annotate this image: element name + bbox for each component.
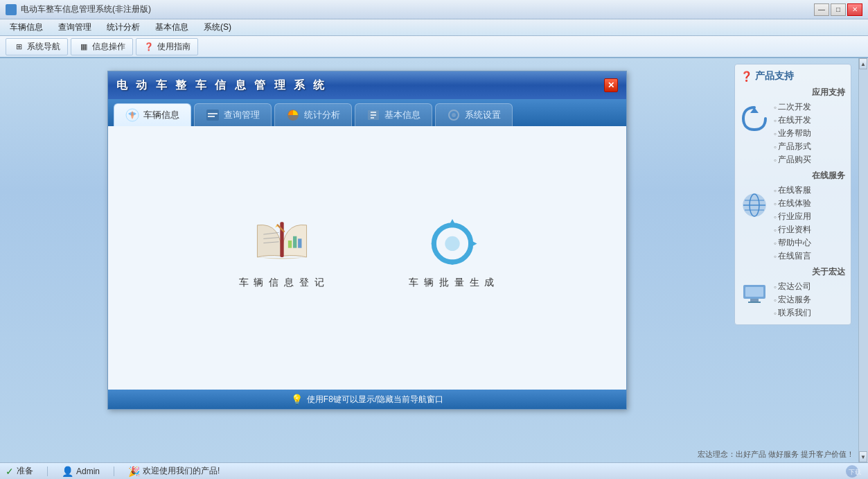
app-content: 车 辆 信 息 登 记 — [108, 126, 626, 390]
toolbar: ⊞ 系统导航 ▦ 信息操作 ❓ 使用指南 — [0, 36, 868, 58]
vehicle-batch-label: 车 辆 批 量 生 成 — [409, 277, 495, 289]
status-welcome: 🎉 欢迎使用我们的产品! — [128, 465, 220, 477]
maximize-button[interactable]: □ — [831, 3, 846, 16]
computer-icon — [741, 284, 768, 306]
toolbar-nav-button[interactable]: ⊞ 系统导航 — [6, 38, 68, 55]
title-bar-left: 电动车整车信息管理系统(非注册版) — [6, 3, 151, 15]
toolbar-info-label: 信息操作 — [92, 41, 125, 53]
globe-icon — [741, 192, 768, 218]
link-help-center[interactable]: 帮助中心 — [774, 237, 811, 249]
tab-vehicle-info[interactable]: 车辆信息 — [114, 103, 191, 126]
svg-text:下载: 下载 — [849, 469, 861, 476]
menu-stats[interactable]: 统计分析 — [100, 20, 147, 35]
scroll-up-button[interactable]: ▲ — [859, 58, 867, 69]
question-icon: ❓ — [741, 71, 752, 82]
link-online-dev[interactable]: 在线开发 — [774, 114, 811, 126]
link-service[interactable]: 宏达服务 — [774, 294, 811, 306]
sidebar-product-support: ❓ 产品支持 应用支持 二次开发 — [734, 64, 851, 325]
vehicle-batch-item[interactable]: 车 辆 批 量 生 成 — [409, 213, 495, 289]
link-contact[interactable]: 联系我们 — [774, 307, 811, 319]
status-lightbulb-icon: 💡 — [291, 394, 303, 405]
link-industry-app[interactable]: 行业应用 — [774, 211, 811, 223]
svg-rect-14 — [298, 238, 301, 247]
menu-vehicle-info[interactable]: 车辆信息 — [3, 20, 50, 35]
minimize-button[interactable]: — — [814, 3, 829, 16]
app-window: 电 动 车 整 车 信 息 管 理 系 统 ✕ 车辆信息 — [107, 71, 627, 410]
tab-stats[interactable]: 统计分析 — [274, 103, 352, 126]
basic-info-tab-icon — [366, 108, 380, 122]
link-biz-help[interactable]: 业务帮助 — [774, 128, 811, 139]
link-secondary-dev[interactable]: 二次开发 — [774, 101, 811, 113]
user-icon: 👤 — [62, 466, 73, 477]
about-links: 宏达公司 宏达服务 联系我们 — [774, 281, 811, 319]
tab-basic-info-label: 基本信息 — [384, 109, 420, 121]
vehicle-registration-label: 车 辆 信 息 登 记 — [239, 277, 326, 289]
scroll-down-button[interactable]: ▼ — [859, 451, 867, 462]
link-product-form[interactable]: 产品形式 — [774, 141, 811, 153]
main-area: 电 动 车 整 车 信 息 管 理 系 统 ✕ 车辆信息 — [0, 58, 868, 462]
app-window-title: 电 动 车 整 车 信 息 管 理 系 统 — [116, 78, 327, 93]
online-service-content: 在线客服 在线体验 行业应用 行业资料 帮助中心 在线留言 — [741, 184, 845, 262]
app-icon — [6, 4, 17, 15]
online-service-links: 在线客服 在线体验 行业应用 行业资料 帮助中心 在线留言 — [774, 184, 811, 262]
svg-rect-25 — [745, 287, 763, 297]
tab-query[interactable]: 查询管理 — [194, 103, 272, 126]
vehicle-batch-icon — [425, 213, 480, 268]
toolbar-guide-label: 使用指南 — [157, 41, 191, 53]
help-icon: ❓ — [143, 42, 154, 51]
scroll-track — [859, 69, 868, 451]
menu-basic-info[interactable]: 基本信息 — [148, 20, 195, 35]
tab-system-settings-label: 系统设置 — [465, 109, 501, 121]
link-industry-data[interactable]: 行业资料 — [774, 224, 811, 236]
support-arrow-icon — [742, 106, 767, 131]
tab-system-settings[interactable]: 系统设置 — [435, 103, 513, 126]
welcome-icon: 🎉 — [128, 466, 140, 477]
grid-icon: ⊞ — [13, 42, 24, 51]
scrollbar[interactable]: ▲ ▼ — [858, 58, 868, 462]
svg-point-17 — [445, 236, 459, 251]
app-support-links: 二次开发 在线开发 业务帮助 产品形式 产品购买 — [774, 101, 811, 166]
welcome-label: 欢迎使用我们的产品! — [143, 465, 220, 477]
status-user: 👤 Admin — [62, 466, 100, 477]
tab-basic-info[interactable]: 基本信息 — [355, 103, 432, 126]
link-online-message[interactable]: 在线留言 — [774, 250, 811, 262]
svg-rect-27 — [748, 302, 761, 303]
svg-rect-1 — [206, 110, 219, 121]
computer-icon-area — [741, 281, 768, 308]
window-controls: — □ ✕ — [814, 3, 862, 16]
link-product-buy[interactable]: 产品购买 — [774, 154, 811, 166]
system-settings-tab-icon — [447, 108, 461, 122]
app-support-content: 二次开发 在线开发 业务帮助 产品形式 产品购买 — [741, 101, 845, 166]
link-company[interactable]: 宏达公司 — [774, 281, 811, 293]
svg-point-7 — [452, 113, 456, 117]
link-online-trial[interactable]: 在线体验 — [774, 198, 811, 209]
query-tab-icon — [206, 108, 220, 122]
status-ready: ✓ 准备 — [6, 465, 33, 477]
tab-query-label: 查询管理 — [224, 109, 260, 121]
svg-rect-2 — [208, 113, 218, 114]
toolbar-info-button[interactable]: ▦ 信息操作 — [71, 38, 133, 55]
menu-system[interactable]: 系统(S) — [197, 20, 238, 35]
link-online-support[interactable]: 在线客服 — [774, 184, 811, 196]
vehicle-registration-item[interactable]: 车 辆 信 息 登 记 — [239, 213, 326, 289]
app-close-button[interactable]: ✕ — [604, 78, 618, 92]
app-status-bar: 💡 使用F8键可以显示/隐藏当前导航窗口 — [108, 390, 626, 409]
tab-stats-label: 统计分析 — [304, 109, 340, 121]
toolbar-guide-button[interactable]: ❓ 使用指南 — [136, 38, 198, 55]
online-service-section: 在线服务 在线客服 在线体验 行业应用 — [741, 170, 845, 262]
center-panel: 电 动 车 整 车 信 息 管 理 系 统 ✕ 车辆信息 — [6, 64, 729, 457]
svg-rect-26 — [750, 299, 759, 302]
watermark-area: 下载 — [842, 464, 862, 478]
app-support-section: 应用支持 二次开发 在线开发 业务帮助 产品形式 — [741, 87, 845, 166]
about-hongda-section: 关于宏达 宏达公司 宏达服务 联系我们 — [741, 266, 845, 319]
app-status-text: 使用F8键可以显示/隐藏当前导航窗口 — [307, 394, 443, 406]
svg-rect-3 — [208, 116, 215, 117]
stats-tab-icon — [286, 108, 300, 122]
table-icon: ▦ — [78, 42, 89, 51]
status-bar: ✓ 准备 👤 Admin 🎉 欢迎使用我们的产品! 下载 — [0, 462, 868, 479]
ready-icon: ✓ — [6, 466, 14, 477]
menu-bar: 车辆信息 查询管理 统计分析 基本信息 系统(S) — [0, 19, 868, 36]
svg-rect-12 — [288, 241, 292, 248]
close-button[interactable]: ✕ — [847, 3, 862, 16]
menu-query[interactable]: 查询管理 — [51, 20, 98, 35]
